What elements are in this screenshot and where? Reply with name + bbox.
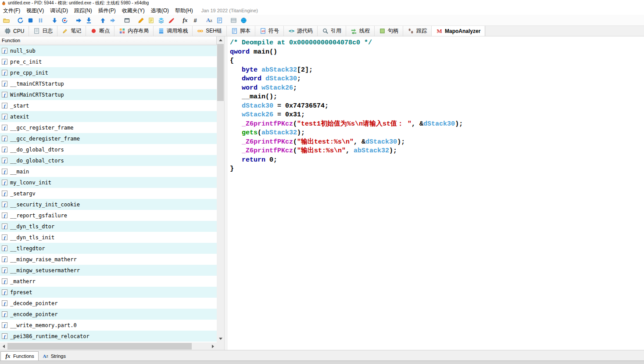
step-out-button[interactable] (98, 15, 107, 25)
function-list-item[interactable]: ffpreset (0, 287, 217, 298)
menu-debug[interactable]: 调试(D) (47, 7, 71, 14)
scroll-left-button[interactable] (0, 342, 7, 350)
notes-button[interactable] (146, 15, 156, 25)
memory-button[interactable] (229, 15, 238, 25)
menu-favourites[interactable]: 收藏夹(Y) (119, 7, 148, 14)
scroll-right-button[interactable] (209, 342, 217, 350)
pause-button[interactable] (36, 15, 45, 25)
tab-symbols[interactable]: ab符号 (255, 26, 284, 36)
code-segment: ; (297, 75, 301, 83)
bottom-tab-strings[interactable]: AzStrings (39, 351, 70, 360)
tab-cpu[interactable]: CPU (0, 26, 29, 36)
vertical-scroll-thumb[interactable] (217, 44, 224, 101)
code-segment: _Z6printfPKcz (242, 120, 293, 128)
menu-trace[interactable]: 跟踪(N) (71, 7, 95, 14)
menu-options[interactable]: 选项(O) (148, 7, 172, 14)
pencil-icon (137, 17, 144, 24)
function-list-item[interactable]: f__tlregdtor (0, 243, 217, 254)
tab-threads[interactable]: 线程 (346, 26, 375, 36)
debuggee-window-button[interactable] (122, 15, 132, 25)
font-button[interactable]: Az (204, 15, 214, 25)
layers-button[interactable] (156, 15, 166, 25)
function-list-item[interactable]: f__dyn_tls_init (0, 232, 217, 243)
function-column-header[interactable]: Function (0, 36, 217, 45)
tab-notes[interactable]: 笔记 (57, 26, 86, 36)
function-list-item[interactable]: f__write_memory.part.0 (0, 320, 217, 331)
step-over-icon (75, 17, 82, 24)
scroll-up-button[interactable] (217, 36, 224, 44)
menu-view[interactable]: 视图(V) (23, 7, 47, 14)
scroll-down-button[interactable] (217, 335, 224, 342)
step-over-button[interactable] (74, 15, 83, 25)
menu-file[interactable]: 文件(F) (0, 7, 23, 14)
horizontal-scroll-track[interactable] (7, 342, 209, 350)
code-segment: qword (230, 48, 250, 56)
function-list-item[interactable]: fpre_c_init (0, 56, 217, 67)
tab-breakpoints[interactable]: 断点 (86, 26, 114, 36)
restart-icon (17, 17, 24, 24)
tab-script[interactable]: 脚本 (227, 26, 255, 36)
execute-till-return-button[interactable] (84, 15, 93, 25)
function-list-item[interactable]: f_matherr (0, 276, 217, 287)
font-icon: Az (206, 17, 213, 24)
run-to-user-button[interactable] (60, 15, 69, 25)
open-folder-button[interactable] (1, 15, 11, 25)
tab-call-stack[interactable]: 调用堆栈 (154, 26, 193, 36)
tab-label: 线程 (359, 27, 370, 35)
tab-mapoanalyzer[interactable]: MMapoAnalyzer (432, 26, 485, 36)
tab-handles[interactable]: 句柄 (375, 26, 403, 36)
function-list-item[interactable]: f__dyn_tls_dtor (0, 221, 217, 232)
function-list-item[interactable]: fmy_lconv_init (0, 177, 217, 188)
function-name: atexit (10, 114, 29, 120)
function-list-item[interactable]: f__security_init_cookie (0, 199, 217, 210)
function-list-item[interactable]: f__tmainCRTStartup (0, 78, 217, 89)
function-list-item[interactable]: fnull_sub (0, 45, 217, 56)
function-list-item[interactable]: f__gcc_register_frame (0, 122, 217, 133)
function-list-item[interactable]: f__do_global_ctors (0, 155, 217, 166)
function-list-item[interactable]: f_pei386_runtime_relocator (0, 331, 217, 342)
tab-memory-map[interactable]: 内存布局 (114, 26, 154, 36)
code-line: byte abStack32[2]; (230, 66, 644, 75)
function-list-item[interactable]: f__mingw_setusermatherr (0, 265, 217, 276)
clean-button[interactable] (166, 15, 176, 25)
function-list-item[interactable]: f__report_gsfailure (0, 210, 217, 221)
function-list-item[interactable]: fpre_cpp_init (0, 67, 217, 78)
script-button[interactable] (215, 15, 224, 25)
function-list-item[interactable]: fWinMainCRTStartup (0, 89, 217, 100)
step-into-button[interactable] (50, 15, 59, 25)
function-list-item[interactable]: fatexit (0, 111, 217, 122)
stop-button[interactable] (25, 15, 35, 25)
function-list-item[interactable]: f__do_global_dtors (0, 144, 217, 155)
function-list-item[interactable]: f_encode_pointer (0, 309, 217, 320)
function-list-item[interactable]: f__main (0, 166, 217, 177)
function-list-item[interactable]: f_decode_pointer (0, 298, 217, 309)
tab-seh-chain[interactable]: SEH链 (193, 26, 227, 36)
functions-horizontal-scrollbar[interactable] (0, 342, 217, 350)
pencil-button[interactable] (136, 15, 146, 25)
function-list-item[interactable]: f_setargv (0, 188, 217, 199)
function-list-item[interactable]: f__gcc_deregister_frame (0, 133, 217, 144)
menu-plugins[interactable]: 插件(P) (95, 7, 119, 14)
vertical-scroll-track[interactable] (217, 44, 224, 335)
horizontal-scroll-thumb[interactable] (7, 343, 192, 350)
skip-exception-button[interactable] (108, 15, 118, 25)
bottom-tab-functions[interactable]: fxFunctions (0, 351, 39, 360)
decompiler-view[interactable]: /* Deompile at 0x00000000004078c0 */qwor… (228, 36, 644, 350)
panel-splitter[interactable] (224, 36, 228, 350)
function-name: _matherr (10, 278, 36, 285)
tab-references[interactable]: 引用 (318, 26, 346, 36)
function-name: _start (10, 103, 29, 109)
tab-log[interactable]: 日志 (29, 26, 57, 36)
globe-button[interactable] (239, 15, 248, 25)
menu-help[interactable]: 帮助(H) (172, 7, 196, 14)
tab-source[interactable]: <>源代码 (284, 26, 318, 36)
tab-trace[interactable]: 跟踪 (403, 26, 432, 36)
fx-button[interactable]: fx (180, 15, 190, 25)
restart-button[interactable] (15, 15, 25, 25)
code-line: gets(abStack32); (230, 129, 644, 138)
function-list-item[interactable]: f__mingw_raise_matherr (0, 254, 217, 265)
hash-button[interactable]: # (190, 15, 200, 25)
function-list-item[interactable]: f_start (0, 100, 217, 111)
functions-vertical-scrollbar[interactable] (217, 36, 224, 342)
run-to-user-icon (61, 17, 68, 24)
